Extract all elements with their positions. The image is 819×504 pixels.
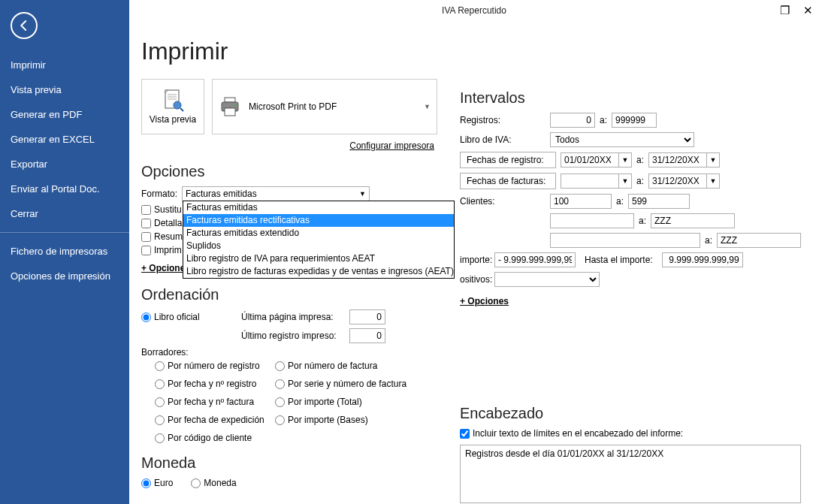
extra2-to-input[interactable] [717, 233, 801, 248]
dropdown-item[interactable]: Libro registro de IVA para requerimiento… [183, 252, 454, 265]
extra-to-input[interactable] [651, 213, 735, 228]
chevron-down-icon[interactable]: ▼ [706, 174, 720, 189]
opt-label: Imprim [154, 245, 182, 255]
radio-draft[interactable] [275, 361, 285, 371]
radio-draft[interactable] [155, 379, 165, 389]
printer-name: Microsoft Print to PDF [249, 101, 337, 112]
ositivos-select[interactable] [494, 272, 600, 287]
encabezado-textarea[interactable] [460, 445, 801, 503]
svg-point-9 [234, 104, 236, 107]
ultima-pagina-input[interactable] [349, 309, 385, 324]
extra2-from-input[interactable] [550, 233, 700, 248]
configurar-impresora-link[interactable]: Configurar impresora [141, 140, 434, 151]
sep-a: a: [705, 235, 712, 246]
sep-a: a: [636, 176, 644, 186]
sidebar-item-vista-previa[interactable]: Vista previa [0, 77, 129, 102]
formato-label: Formato: [141, 189, 179, 199]
vista-previa-label: Vista previa [150, 114, 196, 125]
vista-previa-button[interactable]: Vista previa [141, 79, 204, 134]
dropdown-item[interactable]: Facturas emitidas [183, 201, 454, 214]
svg-line-5 [180, 108, 183, 111]
fechas-registro-button[interactable]: Fechas de registro: [460, 152, 556, 168]
fecha-fac-from-input[interactable] [561, 174, 619, 189]
chevron-down-icon[interactable]: ▼ [706, 152, 720, 167]
sidebar: Imprimir Vista previa Generar en PDF Gen… [0, 0, 129, 504]
registros-to-input[interactable] [612, 113, 657, 128]
radio-draft[interactable] [155, 361, 165, 371]
sidebar-item-fichero-impresoras[interactable]: Fichero de impresoras [0, 239, 129, 264]
hasta-importe-input[interactable] [662, 252, 743, 267]
dropdown-item[interactable]: Facturas emitidas rectificativas [183, 214, 454, 227]
radio-draft[interactable] [275, 379, 285, 389]
fecha-reg-from-input[interactable] [561, 152, 619, 167]
opt-checkbox-3[interactable] [141, 246, 151, 255]
dropdown-item[interactable]: Facturas emitidas extendido [183, 227, 454, 240]
ultimo-registro-label: Último registro impreso: [241, 330, 346, 341]
fechas-facturas-button[interactable]: Fechas de facturas: [460, 173, 556, 189]
opciones-heading: Opciones [141, 163, 437, 180]
extra-from-input[interactable] [550, 213, 634, 228]
sidebar-item-cerrar[interactable]: Cerrar [0, 201, 129, 226]
svg-rect-6 [225, 98, 235, 102]
close-icon[interactable]: ✕ [800, 3, 816, 17]
importe-label: importe: [460, 255, 490, 265]
dropdown-item[interactable]: Suplidos [183, 240, 454, 252]
opt-checkbox-1[interactable] [141, 219, 151, 228]
registros-label: Registros: [460, 115, 545, 125]
moneda-label: Moneda [204, 478, 236, 488]
moneda-heading: Moneda [141, 454, 437, 472]
main-content: IVA Repercutido ❐ ✕ Imprimir Vista previ… [129, 0, 819, 504]
printer-select-button[interactable]: Microsoft Print to PDF ▼ [212, 79, 437, 134]
sep-a: a: [600, 115, 607, 125]
radio-euro[interactable] [141, 478, 151, 488]
radio-draft[interactable] [155, 433, 165, 443]
draft-label: Por número de factura [288, 361, 377, 371]
sidebar-item-enviar-portal[interactable]: Enviar al Portal Doc. [0, 177, 129, 201]
svg-point-4 [174, 101, 181, 109]
radio-draft[interactable] [155, 415, 165, 425]
chevron-down-icon[interactable]: ▼ [618, 152, 632, 167]
window-controls: ❐ ✕ [777, 3, 816, 17]
radio-libro-oficial[interactable] [141, 312, 151, 322]
dropdown-item[interactable]: Libro registro de facturas expedidas y d… [183, 265, 454, 278]
radio-draft[interactable] [155, 397, 165, 407]
opt-label: Detalla [154, 218, 182, 228]
ositivos-label: ositivos: [460, 274, 490, 285]
sidebar-item-generar-pdf[interactable]: Generar en PDF [0, 102, 129, 127]
draft-label: Por fecha y nº factura [168, 397, 254, 407]
arrow-left-icon [17, 19, 31, 32]
registros-from-input[interactable] [550, 113, 595, 128]
opt-label: Sustitu [154, 204, 182, 215]
opt-checkbox-0[interactable] [141, 205, 151, 215]
sep-a: a: [616, 196, 624, 207]
incluir-checkbox[interactable] [460, 429, 470, 439]
desde-importe-input[interactable] [494, 252, 576, 267]
clientes-to-input[interactable] [628, 194, 690, 209]
chevron-down-icon[interactable]: ▼ [618, 174, 632, 189]
intervalos-heading: Intervalos [460, 89, 801, 107]
ultimo-registro-input[interactable] [349, 328, 385, 343]
incluir-label: Incluir texto de límites en el encabezad… [473, 428, 683, 439]
euro-label: Euro [154, 478, 173, 488]
clientes-label: Clientes: [460, 196, 545, 207]
draft-label: Por fecha de expedición [168, 415, 264, 425]
formato-select[interactable]: Facturas emitidas ▼ [182, 186, 370, 201]
sidebar-item-opciones-impresion[interactable]: Opciones de impresión [0, 264, 129, 288]
opt-checkbox-2[interactable] [141, 232, 151, 242]
fecha-fac-to-input[interactable] [648, 174, 707, 189]
back-button[interactable] [11, 12, 38, 39]
sidebar-item-imprimir[interactable]: Imprimir [0, 53, 129, 77]
clientes-from-input[interactable] [550, 194, 612, 209]
more-intervalos-link[interactable]: + Opciones [460, 296, 509, 306]
radio-draft[interactable] [275, 415, 285, 425]
radio-moneda[interactable] [191, 478, 201, 488]
draft-label: Por número de registro [168, 361, 260, 371]
libro-iva-label: Libro de IVA: [460, 134, 545, 145]
radio-draft[interactable] [275, 397, 285, 407]
encabezado-heading: Encabezado [460, 405, 801, 422]
sidebar-item-exportar[interactable]: Exportar [0, 152, 129, 177]
fecha-reg-to-input[interactable] [648, 152, 707, 167]
libro-iva-select[interactable]: Todos [550, 132, 694, 147]
sidebar-item-generar-excel[interactable]: Generar en EXCEL [0, 127, 129, 152]
maximize-icon[interactable]: ❐ [777, 3, 793, 17]
